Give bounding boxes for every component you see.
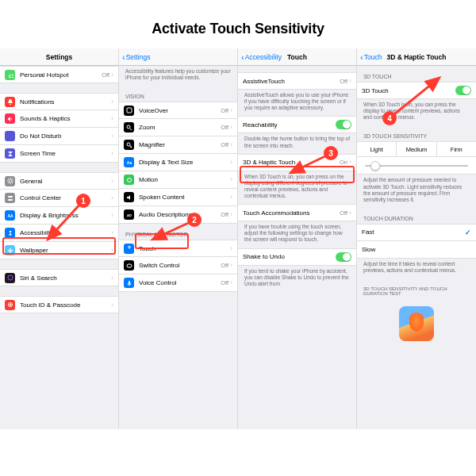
svg-point-17 [127, 178, 131, 182]
link-icon [5, 70, 15, 80]
chevron-right-icon: › [230, 262, 232, 269]
note-assistivetouch: AssistiveTouch allows you to use your iP… [238, 90, 356, 116]
row-wallpaper[interactable]: Wallpaper› [0, 242, 118, 259]
chevron-right-icon: › [230, 245, 232, 252]
row-switch-control[interactable]: Switch ControlOff› [119, 257, 237, 274]
svg-point-10 [8, 275, 13, 280]
checkmark-icon: ✓ [465, 228, 471, 236]
row-do-not-disturb[interactable]: Do Not Disturb› [0, 128, 118, 145]
back-button[interactable]: ‹Accessibility [241, 48, 282, 66]
mag-icon [124, 140, 134, 150]
row-siri-search[interactable]: Siri & Search› [0, 269, 118, 286]
header-test: 3D TOUCH SENSITIVITY AND TOUCH DURATION … [357, 278, 476, 298]
segmented-sensitivity[interactable]: Light Medium Firm [357, 141, 476, 157]
navbar-settings: Settings [0, 48, 118, 66]
row-slow[interactable]: Slow [357, 241, 476, 259]
flower-icon [5, 245, 15, 255]
panel-touch: ‹Accessibility Touch AssistiveTouch Off … [238, 48, 357, 429]
toggle-3d-touch[interactable] [455, 86, 471, 95]
panel-3d-haptic: ‹Touch 3D & Haptic Touch 3D TOUCH 3D Tou… [357, 48, 476, 429]
note-reachability: Double-tap the home button to bring the … [238, 133, 356, 153]
row-display-text-size[interactable]: AaDisplay & Text Size› [119, 154, 237, 171]
row-touch-id-passcode[interactable]: Touch ID & Passcode› [0, 296, 118, 313]
chevron-right-icon: › [230, 211, 232, 218]
annotation-2: 2 [187, 213, 202, 227]
svg-rect-1 [8, 196, 13, 198]
chevron-right-icon: › [230, 141, 232, 148]
back-button[interactable]: ‹Touch [360, 48, 382, 66]
row-personal-hotspot[interactable]: Personal HotspotOff› [0, 66, 118, 83]
chevron-right-icon: › [111, 132, 113, 140]
row-general[interactable]: General› [0, 172, 118, 190]
row-touch-accommodations[interactable]: Touch Accommodations Off › [238, 204, 356, 221]
row-control-center[interactable]: Control Center› [0, 190, 118, 207]
navbar-touch: ‹Accessibility Touch [238, 48, 356, 66]
row-accessibility[interactable]: Accessibility› [0, 225, 118, 242]
row-fast[interactable]: Fast ✓ [357, 224, 476, 241]
svg-point-4 [9, 230, 11, 232]
row-motion[interactable]: Motion› [119, 171, 237, 189]
test-preview-image[interactable] [399, 306, 434, 341]
row-touch[interactable]: Touch› [119, 240, 237, 257]
row-assistivetouch[interactable]: AssistiveTouch Off › [238, 72, 356, 90]
slider-thumb[interactable] [370, 161, 380, 171]
row-reachability[interactable]: Reachability [238, 116, 356, 133]
annotation-3: 3 [324, 146, 338, 160]
touchid-icon [5, 300, 15, 310]
row-magnifier[interactable]: MagnifierOff› [119, 136, 237, 154]
back-button[interactable]: ‹Settings [122, 48, 150, 66]
row-sounds-haptics[interactable]: Sounds & Haptics› [0, 110, 118, 128]
Aa-icon: Aa [124, 157, 134, 167]
svg-rect-19 [127, 264, 132, 267]
row-notifications[interactable]: Notifications› [0, 93, 118, 110]
annotation-1: 1 [76, 194, 90, 208]
row-display-brightness[interactable]: AADisplay & Brightness› [0, 207, 118, 225]
chevron-right-icon: › [111, 229, 113, 236]
nav-title: Settings [46, 53, 73, 61]
accessibility-intro: Accessibility features help you customiz… [119, 66, 237, 86]
chevron-right-icon: › [111, 98, 113, 106]
svg-point-9 [11, 250, 13, 251]
row-spoken-content[interactable]: Spoken Content› [119, 189, 237, 206]
row-3d-haptic[interactable]: 3D & Haptic Touch On › [238, 154, 356, 171]
row-voiceover[interactable]: VoiceOverOff› [119, 102, 237, 119]
row-shake-undo[interactable]: Shake to Undo [238, 248, 356, 266]
voice-icon [124, 278, 134, 288]
row-3d-touch-toggle[interactable]: 3D Touch [357, 82, 476, 99]
ad-icon: AD [124, 209, 134, 220]
chevron-right-icon: › [111, 247, 113, 254]
header-duration: TOUCH DURATION [357, 208, 476, 224]
chevron-right-icon: › [111, 178, 113, 185]
svg-point-12 [10, 304, 11, 305]
svg-point-14 [127, 125, 130, 129]
row-screen-time[interactable]: Screen Time› [0, 145, 118, 163]
row-voice-control[interactable]: Voice ControlOff› [119, 274, 237, 292]
chevron-right-icon: › [111, 150, 113, 157]
header-sensitivity: 3D TOUCH SENSITIVITY [357, 125, 476, 141]
note-shake-undo: If you tend to shake your iPhone by acci… [238, 266, 356, 292]
note-duration: Adjust the time it takes to reveal conte… [357, 259, 476, 278]
sound-icon [5, 113, 15, 124]
chevron-left-icon: ‹ [360, 53, 363, 62]
touch-icon [124, 244, 134, 254]
toggle-reachability[interactable] [336, 120, 351, 129]
chevron-right-icon: › [111, 301, 113, 309]
note-sensitivity: Adjust the amount of pressure needed to … [357, 175, 476, 208]
navbar-3d-haptic: ‹Touch 3D & Haptic Touch [357, 48, 476, 66]
slider-sensitivity[interactable] [357, 157, 476, 175]
svg-point-7 [10, 251, 11, 253]
bell-icon [5, 97, 15, 107]
row-zoom[interactable]: ZoomOff› [119, 119, 237, 136]
row-audio-descriptions[interactable]: ADAudio DescriptionsOff› [119, 206, 237, 224]
annotation-4: 4 [382, 111, 397, 125]
toggle-shake-undo[interactable] [336, 252, 351, 262]
svg-point-11 [8, 303, 12, 307]
switch-icon [124, 260, 134, 271]
chevron-left-icon: ‹ [122, 53, 125, 62]
zoom-icon [124, 122, 134, 132]
chevron-right-icon: › [230, 124, 232, 131]
svg-point-15 [127, 143, 130, 146]
moon-icon [5, 131, 15, 141]
svg-rect-20 [129, 281, 130, 284]
header-3dtouch: 3D TOUCH [357, 66, 476, 82]
